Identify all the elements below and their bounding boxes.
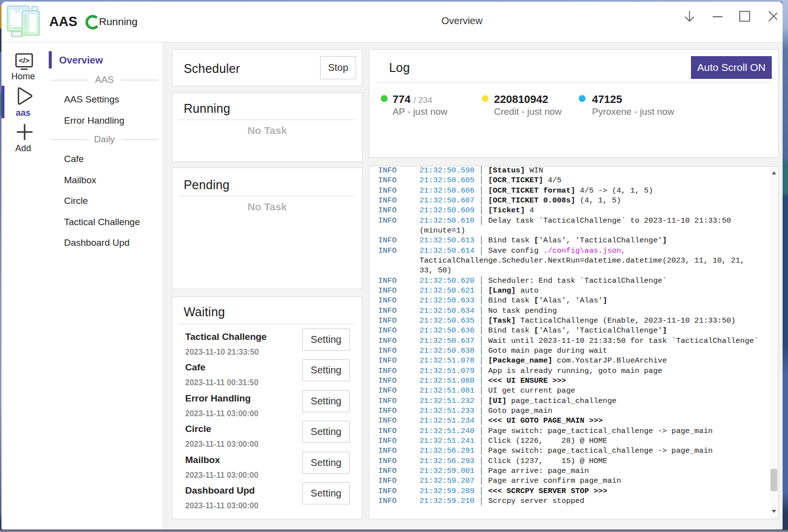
svg-text:</>: </> [19,56,30,65]
